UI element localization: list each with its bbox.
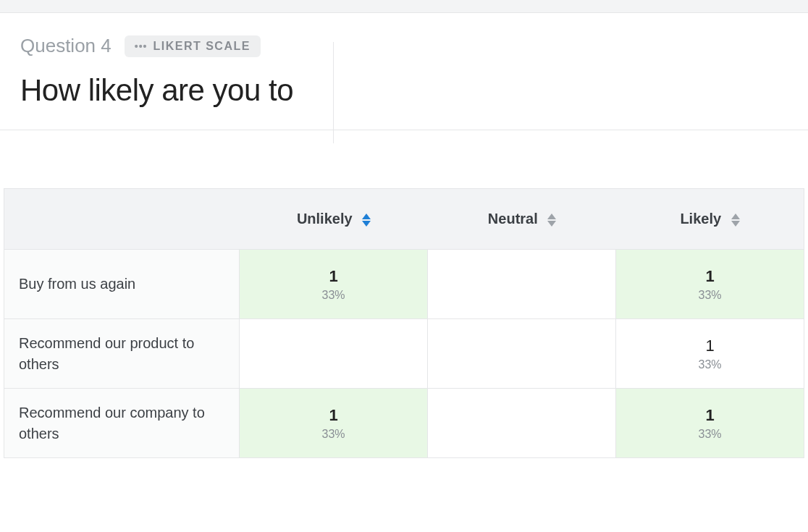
column-label: Unlikely [297, 211, 353, 227]
svg-marker-2 [547, 214, 556, 219]
row-label: Recommend our product to others [4, 319, 240, 389]
cell-count: 1 [616, 406, 804, 425]
svg-marker-3 [547, 221, 556, 227]
cell-percent: 33% [616, 358, 804, 371]
question-number: Question 4 [20, 35, 111, 57]
column-header-likely[interactable]: Likely [616, 188, 804, 250]
data-cell: 133% [240, 389, 428, 458]
cell-count: 1 [240, 267, 427, 286]
likert-results-table: Unlikely Neutral Likely [4, 188, 804, 458]
data-cell: 133% [616, 319, 804, 389]
question-type-label: LIKERT SCALE [153, 40, 250, 53]
data-cell: 133% [240, 250, 428, 319]
svg-marker-4 [731, 214, 740, 219]
cell-percent: 33% [240, 428, 427, 441]
column-header-neutral[interactable]: Neutral [428, 188, 616, 250]
cell-count: 1 [616, 267, 804, 286]
question-type-badge: ••• LIKERT SCALE [125, 35, 261, 57]
column-label: Neutral [488, 211, 538, 227]
top-bar [0, 0, 808, 13]
column-label: Likely [680, 211, 721, 227]
question-text: How likely are you to [20, 73, 788, 108]
row-label: Buy from us again [4, 250, 240, 319]
svg-marker-0 [362, 214, 371, 219]
table-row: Recommend our product to others133% [4, 319, 804, 389]
sort-icon[interactable] [362, 214, 371, 227]
cell-percent: 33% [616, 289, 804, 302]
question-header: Question 4 ••• LIKERT SCALE How likely a… [0, 13, 808, 130]
sort-icon[interactable] [547, 214, 556, 227]
data-cell [428, 319, 616, 389]
cell-percent: 33% [616, 428, 804, 441]
ellipsis-icon: ••• [135, 41, 148, 52]
svg-marker-5 [731, 221, 740, 227]
vertical-divider [333, 42, 334, 143]
column-header-unlikely[interactable]: Unlikely [240, 188, 428, 250]
sort-icon[interactable] [731, 214, 740, 227]
table-row: Recommend our company to others133%133% [4, 389, 804, 458]
data-cell: 133% [616, 250, 804, 319]
data-cell [428, 389, 616, 458]
cell-count: 1 [616, 337, 804, 355]
data-cell [240, 319, 428, 389]
cell-count: 1 [240, 406, 427, 425]
data-cell: 133% [616, 389, 804, 458]
data-cell [428, 250, 616, 319]
row-label: Recommend our company to others [4, 389, 240, 458]
table-corner-cell [4, 188, 240, 250]
svg-marker-1 [362, 221, 371, 227]
cell-percent: 33% [240, 289, 427, 302]
table-row: Buy from us again133%133% [4, 250, 804, 319]
